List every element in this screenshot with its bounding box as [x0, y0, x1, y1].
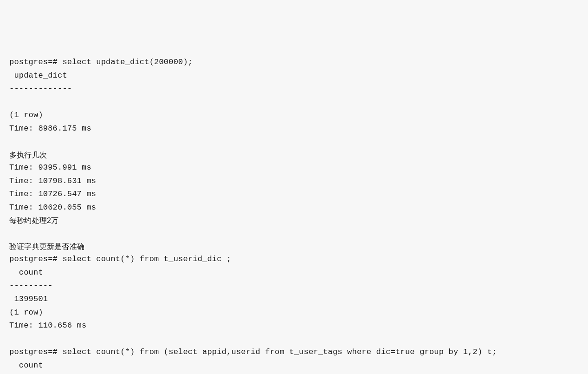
code-line: update_dict	[9, 69, 579, 83]
comment-line: 每秒约处理2万	[9, 214, 579, 227]
code-line: (1 row)	[9, 306, 579, 320]
code-line: Time: 9395.991 ms	[9, 161, 579, 175]
code-line: (1 row)	[9, 109, 579, 122]
code-line	[9, 135, 579, 149]
code-line: postgres=# select count(*) from (select …	[9, 346, 579, 359]
code-line: postgres=# select count(*) from t_userid…	[9, 253, 579, 266]
code-line	[9, 227, 579, 241]
code-line: Time: 10798.631 ms	[9, 175, 579, 188]
code-line: count	[9, 266, 579, 280]
code-line: postgres=# select update_dict(200000);	[9, 56, 579, 69]
code-line: ---------	[9, 372, 579, 374]
code-line: Time: 10726.547 ms	[9, 188, 579, 201]
code-line: Time: 10620.055 ms	[9, 201, 579, 215]
code-line: count	[9, 359, 579, 373]
code-line: Time: 110.656 ms	[9, 319, 579, 333]
terminal-output: postgres=# select update_dict(200000); u…	[9, 56, 579, 374]
code-line	[9, 96, 579, 109]
comment-line: 多执行几次	[9, 149, 579, 161]
code-line	[9, 333, 579, 346]
comment-line: 验证字典更新是否准确	[9, 240, 579, 253]
code-line: ---------	[9, 279, 579, 293]
code-line: 1399501	[9, 293, 579, 306]
code-line: -------------	[9, 82, 579, 96]
code-line: Time: 8986.175 ms	[9, 122, 579, 136]
